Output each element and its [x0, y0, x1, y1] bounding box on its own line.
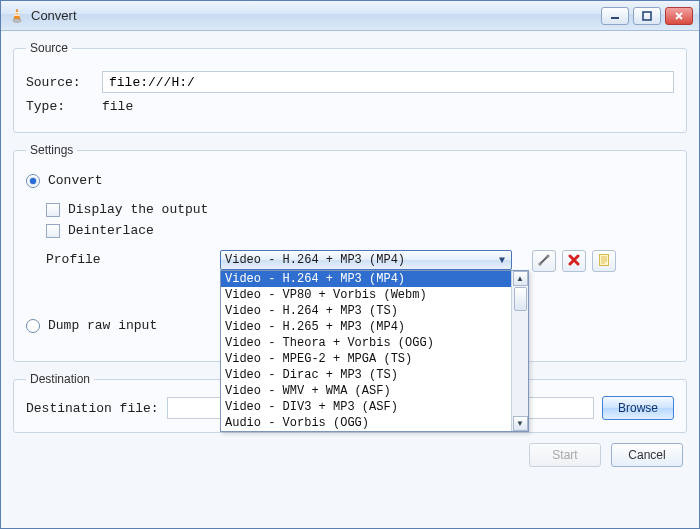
deinterlace-label: Deinterlace	[68, 223, 154, 238]
profile-option[interactable]: Video - H.265 + MP3 (MP4)	[221, 319, 511, 335]
convert-label: Convert	[48, 173, 103, 188]
destination-file-label: Destination file:	[26, 401, 159, 416]
svg-rect-0	[15, 12, 19, 13]
profile-option[interactable]: Video - Dirac + MP3 (TS)	[221, 367, 511, 383]
titlebar: Convert	[1, 1, 699, 31]
scroll-up-icon[interactable]: ▲	[513, 271, 528, 286]
profile-option[interactable]: Video - MPEG-2 + MPGA (TS)	[221, 351, 511, 367]
profile-option[interactable]: Video - DIV3 + MP3 (ASF)	[221, 399, 511, 415]
delete-x-icon	[567, 253, 581, 270]
dump-raw-label: Dump raw input	[48, 318, 157, 333]
profile-selected[interactable]: Video - H.264 + MP3 (MP4) ▼	[220, 250, 512, 270]
dump-raw-radio[interactable]	[26, 319, 40, 333]
delete-profile-button[interactable]	[562, 250, 586, 272]
settings-legend: Settings	[26, 143, 77, 157]
svg-rect-3	[611, 17, 619, 19]
source-label: Source:	[26, 75, 94, 90]
display-output-label: Display the output	[68, 202, 208, 217]
source-input[interactable]	[102, 71, 674, 93]
profile-option[interactable]: Video - H.264 + MP3 (TS)	[221, 303, 511, 319]
source-group: Source Source: Type: file	[13, 41, 687, 133]
profile-option[interactable]: Video - VP80 + Vorbis (Webm)	[221, 287, 511, 303]
content-area: Source Source: Type: file Settings Conve…	[1, 31, 699, 528]
app-icon	[9, 8, 25, 24]
cancel-button[interactable]: Cancel	[611, 443, 683, 467]
svg-point-2	[13, 18, 21, 22]
profile-dropdown-list: Video - H.264 + MP3 (MP4) Video - VP80 +…	[220, 270, 529, 432]
tools-icon	[537, 253, 551, 270]
profile-option[interactable]: Video - H.264 + MP3 (MP4)	[221, 271, 511, 287]
display-output-checkbox[interactable]	[46, 203, 60, 217]
convert-radio[interactable]	[26, 174, 40, 188]
svg-point-5	[546, 254, 549, 257]
svg-rect-7	[600, 254, 609, 265]
svg-rect-4	[643, 12, 651, 20]
minimize-button[interactable]	[601, 7, 629, 25]
new-file-icon	[597, 253, 611, 270]
svg-point-6	[538, 262, 541, 265]
convert-window: Convert Source Source: Type: file	[0, 0, 700, 529]
profile-option[interactable]: Audio - Vorbis (OGG)	[221, 415, 511, 431]
dialog-buttons: Start Cancel	[13, 443, 687, 467]
profile-option[interactable]: Video - Theora + Vorbis (OGG)	[221, 335, 511, 351]
chevron-down-icon: ▼	[493, 255, 511, 266]
profile-option[interactable]: Video - WMV + WMA (ASF)	[221, 383, 511, 399]
dropdown-scrollbar[interactable]: ▲ ▼	[511, 271, 528, 431]
maximize-button[interactable]	[633, 7, 661, 25]
new-profile-button[interactable]	[592, 250, 616, 272]
destination-legend: Destination	[26, 372, 94, 386]
scroll-thumb[interactable]	[514, 287, 527, 311]
svg-rect-1	[14, 14, 19, 15]
scroll-down-icon[interactable]: ▼	[513, 416, 528, 431]
source-legend: Source	[26, 41, 72, 55]
type-value: file	[102, 99, 133, 114]
window-title: Convert	[31, 8, 77, 23]
profile-combobox[interactable]: Video - H.264 + MP3 (MP4) ▼ Video - H.26…	[220, 250, 512, 270]
type-label: Type:	[26, 99, 94, 114]
deinterlace-checkbox[interactable]	[46, 224, 60, 238]
edit-profile-button[interactable]	[532, 250, 556, 272]
window-buttons	[601, 7, 693, 25]
close-button[interactable]	[665, 7, 693, 25]
browse-button[interactable]: Browse	[602, 396, 674, 420]
profile-label: Profile	[46, 250, 206, 267]
start-button[interactable]: Start	[529, 443, 601, 467]
settings-group: Settings Convert Display the output Dein…	[13, 143, 687, 362]
